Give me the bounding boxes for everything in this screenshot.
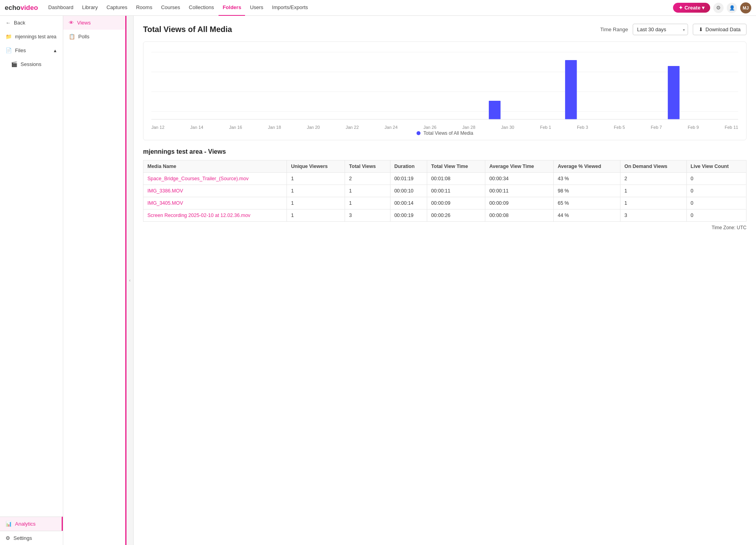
chart-svg bbox=[151, 48, 738, 123]
x-label-feb3: Feb 3 bbox=[577, 125, 588, 130]
duration-1: 00:00:10 bbox=[390, 185, 427, 197]
sub-nav-item-polls[interactable]: 📋 Polls bbox=[63, 30, 125, 43]
sidebar-item-back[interactable]: ← Back bbox=[0, 16, 63, 30]
nav-item-courses[interactable]: Courses bbox=[157, 0, 184, 16]
col-header-duration: Duration bbox=[390, 160, 427, 173]
sub-nav-item-views[interactable]: 👁 Views bbox=[63, 16, 125, 30]
logo-video: video bbox=[21, 4, 38, 12]
col-header-media-name: Media Name bbox=[143, 160, 287, 173]
download-data-button[interactable]: ⬇ Download Data bbox=[693, 24, 747, 35]
files-icon: 📄 bbox=[6, 47, 12, 53]
sidebar-item-folder[interactable]: 📁 mjennings test area bbox=[0, 30, 63, 43]
x-label-feb5: Feb 5 bbox=[614, 125, 625, 130]
nav-item-captures[interactable]: Captures bbox=[102, 0, 131, 16]
time-range-select[interactable]: Last 30 days bbox=[633, 24, 688, 35]
on-demand-views-2: 1 bbox=[620, 197, 686, 209]
sidebar-section-files[interactable]: 📄 Files ▲ bbox=[0, 43, 63, 57]
user-icon[interactable]: 👤 bbox=[727, 3, 737, 13]
legend-dot bbox=[417, 131, 420, 135]
nav-item-dashboard[interactable]: Dashboard bbox=[44, 0, 77, 16]
settings-label: Settings bbox=[13, 535, 32, 541]
legend-label: Total Views of All Media bbox=[424, 130, 473, 136]
download-label: Download Data bbox=[705, 26, 741, 32]
nav-item-users[interactable]: Users bbox=[246, 0, 267, 16]
x-label-jan28: Jan 28 bbox=[462, 125, 475, 130]
col-header-avg-pct-viewed: Average % Viewed bbox=[554, 160, 620, 173]
sidebar-item-analytics[interactable]: 📊 Analytics bbox=[0, 517, 63, 531]
x-label-jan26: Jan 26 bbox=[423, 125, 436, 130]
folder-label: mjennings test area bbox=[15, 34, 57, 40]
total-views-2: 1 bbox=[345, 197, 390, 209]
table-row: Space_Bridge_Courses_Trailer_(Source).mo… bbox=[143, 173, 747, 185]
col-header-total-views: Total Views bbox=[345, 160, 390, 173]
files-chevron-icon: ▲ bbox=[53, 48, 57, 53]
avg-pct-viewed-1: 98 % bbox=[554, 185, 620, 197]
total-views-0: 2 bbox=[345, 173, 390, 185]
duration-3: 00:00:19 bbox=[390, 209, 427, 222]
svg-rect-5 bbox=[565, 60, 577, 119]
live-view-count-2: 0 bbox=[686, 197, 746, 209]
col-header-on-demand-views: On Demand Views bbox=[620, 160, 686, 173]
download-icon: ⬇ bbox=[699, 26, 703, 32]
x-label-jan16: Jan 16 bbox=[229, 125, 242, 130]
nav-item-imports-exports[interactable]: Imports/Exports bbox=[268, 0, 312, 16]
chart-x-axis: Jan 12 Jan 14 Jan 16 Jan 18 Jan 20 Jan 2… bbox=[151, 123, 738, 130]
sidebar-item-settings[interactable]: ⚙ Settings bbox=[0, 531, 63, 545]
media-name-2[interactable]: IMG_3405.MOV bbox=[143, 197, 287, 209]
nav-item-library[interactable]: Library bbox=[78, 0, 102, 16]
total-view-time-0: 00:01:08 bbox=[427, 173, 485, 185]
page-header: Total Views of All Media Time Range Last… bbox=[143, 24, 747, 35]
col-header-total-view-time: Total View Time bbox=[427, 160, 485, 173]
x-label-feb7: Feb 7 bbox=[651, 125, 662, 130]
table-row: IMG_3386.MOV 1 1 00:00:10 00:00:11 00:00… bbox=[143, 185, 747, 197]
polls-label: Polls bbox=[78, 34, 89, 40]
time-range-label: Time Range bbox=[600, 26, 628, 32]
live-view-count-1: 0 bbox=[686, 185, 746, 197]
views-icon: 👁 bbox=[69, 20, 74, 26]
collapse-toggle[interactable]: ‹ bbox=[126, 16, 134, 545]
unique-viewers-1: 1 bbox=[287, 185, 345, 197]
create-button[interactable]: ✦ Create ▾ bbox=[673, 3, 710, 13]
media-name-1[interactable]: IMG_3386.MOV bbox=[143, 185, 287, 197]
unique-viewers-2: 1 bbox=[287, 197, 345, 209]
avg-view-time-0: 00:00:34 bbox=[485, 173, 554, 185]
settings-icon[interactable]: ⚙ bbox=[713, 3, 724, 13]
back-label: Back bbox=[14, 20, 25, 26]
views-label: Views bbox=[77, 20, 90, 26]
unique-viewers-3: 1 bbox=[287, 209, 345, 222]
x-label-jan18: Jan 18 bbox=[268, 125, 281, 130]
files-label: Files bbox=[15, 47, 26, 53]
back-arrow-icon: ← bbox=[6, 20, 11, 26]
svg-rect-4 bbox=[489, 101, 501, 119]
avg-pct-viewed-3: 44 % bbox=[554, 209, 620, 222]
total-views-3: 3 bbox=[345, 209, 390, 222]
left-sidebar: ← Back 📁 mjennings test area 📄 Files ▲ 🎬… bbox=[0, 16, 63, 545]
table-row: Screen Recording 2025-02-10 at 12.02.36.… bbox=[143, 209, 747, 222]
nav-item-rooms[interactable]: Rooms bbox=[132, 0, 156, 16]
media-name-0[interactable]: Space_Bridge_Courses_Trailer_(Source).mo… bbox=[143, 173, 287, 185]
live-view-count-3: 0 bbox=[686, 209, 746, 222]
folder-icon: 📁 bbox=[6, 34, 12, 40]
nav-item-collections[interactable]: Collections bbox=[185, 0, 218, 16]
data-table: Media Name Unique Viewers Total Views Du… bbox=[143, 160, 747, 222]
nav-item-folders[interactable]: Folders bbox=[219, 0, 245, 16]
svg-rect-6 bbox=[668, 66, 680, 119]
top-nav: echovideo Dashboard Library Captures Roo… bbox=[0, 0, 756, 16]
chart-container: Jan 12 Jan 14 Jan 16 Jan 18 Jan 20 Jan 2… bbox=[143, 41, 747, 140]
x-label-jan30: Jan 30 bbox=[501, 125, 514, 130]
x-label-jan14: Jan 14 bbox=[190, 125, 203, 130]
total-views-1: 1 bbox=[345, 185, 390, 197]
duration-2: 00:00:14 bbox=[390, 197, 427, 209]
sessions-label: Sessions bbox=[21, 61, 41, 67]
avg-pct-viewed-2: 65 % bbox=[554, 197, 620, 209]
media-name-3[interactable]: Screen Recording 2025-02-10 at 12.02.36.… bbox=[143, 209, 287, 222]
x-label-feb9: Feb 9 bbox=[688, 125, 699, 130]
sidebar-item-sessions[interactable]: 🎬 Sessions bbox=[0, 57, 63, 71]
avatar[interactable]: MJ bbox=[740, 2, 751, 13]
page-title: Total Views of All Media bbox=[143, 25, 232, 34]
time-range-select-wrapper[interactable]: Last 30 days ▾ bbox=[633, 24, 688, 35]
logo[interactable]: echovideo bbox=[5, 4, 38, 12]
col-header-unique-viewers: Unique Viewers bbox=[287, 160, 345, 173]
x-label-jan12: Jan 12 bbox=[151, 125, 164, 130]
sessions-icon: 🎬 bbox=[11, 61, 17, 67]
